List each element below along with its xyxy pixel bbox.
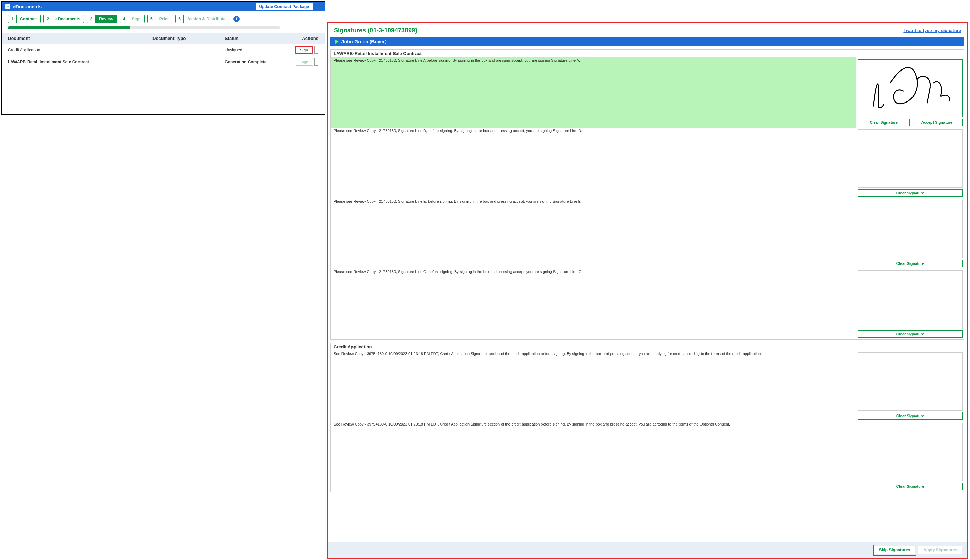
table-row: LAWARB-Retail Installment Sale ContractG… [2, 56, 325, 68]
step-label: Print [156, 17, 172, 21]
sign-button[interactable]: Sign [295, 46, 313, 54]
signature-box: Clear SignatureAccept Signature [856, 57, 964, 128]
signature-instruction: See Review Copy - 39754189-0 10/09/2023 … [331, 422, 856, 492]
step-print: 5Print [147, 15, 172, 23]
step-num: 6 [175, 15, 184, 23]
signature-instruction: Please see Review Copy - 21750150, Signa… [331, 128, 856, 198]
clear-signature-button[interactable]: Clear Signature [858, 119, 910, 126]
signature-instruction: Please see Review Copy - 21750150, Signa… [331, 198, 856, 268]
signature-row: Please see Review Copy - 21750150, Signa… [331, 198, 964, 269]
step-num: 1 [8, 15, 17, 23]
signature-row: See Review Copy - 39754189-0 10/09/2023 … [331, 422, 964, 492]
col-header-actions: Actions [294, 36, 319, 41]
accept-signature-button[interactable]: Accept Signature [911, 119, 963, 126]
signature-canvas[interactable] [858, 352, 963, 411]
clear-signature-button[interactable]: Clear Signature [858, 483, 963, 490]
signature-box: Clear Signature [856, 269, 964, 339]
step-label: Review [95, 17, 116, 21]
clear-signature-button[interactable]: Clear Signature [858, 412, 963, 420]
signature-instruction: Please see Review Copy - 21750150, Signa… [331, 57, 856, 128]
step-num: 2 [44, 15, 52, 23]
signature-row: See Review Copy - 39754189-0 10/09/2023 … [331, 351, 964, 422]
signatures-panel: Signatures (01-3-109473899) I want to ty… [327, 22, 968, 559]
signatures-title: Signatures (01-3-109473899) [334, 27, 417, 34]
wizard-steps: 1Contract2eDocuments3Review4Sign5Print6A… [2, 12, 325, 24]
more-button[interactable] [314, 58, 319, 66]
doc-status: Unsigned [225, 47, 294, 52]
update-contract-package-button[interactable]: Update Contract Package [255, 3, 313, 10]
type-signature-link[interactable]: I want to type my signature [903, 28, 961, 33]
clear-signature-button[interactable]: Clear Signature [858, 260, 963, 267]
step-edocuments[interactable]: 2eDocuments [43, 15, 84, 23]
signature-box: Clear Signature [856, 128, 964, 198]
step-review[interactable]: 3Review [87, 15, 117, 23]
panel-header: − eDocuments Update Contract Package [2, 2, 325, 12]
play-icon [335, 40, 339, 44]
apply-signatures-button: Apply Signatures [918, 545, 962, 555]
more-button[interactable] [314, 46, 319, 54]
buyer-name: John Green (Buyer) [341, 39, 387, 44]
doc-name: LAWARB-Retail Installment Sale Contract [8, 60, 152, 64]
step-label: Contract [17, 17, 40, 21]
step-num: 3 [87, 15, 95, 23]
signature-box: Clear Signature [856, 198, 964, 268]
step-label: eDocuments [52, 17, 83, 21]
signature-drawn-icon [858, 60, 962, 117]
clear-signature-button[interactable]: Clear Signature [858, 330, 963, 338]
signature-section: Credit ApplicationSee Review Copy - 3975… [331, 343, 965, 492]
collapse-icon[interactable]: − [5, 4, 10, 9]
info-icon[interactable]: i [234, 16, 240, 22]
table-row: Credit ApplicationUnsignedSign [2, 44, 325, 56]
edocuments-panel: − eDocuments Update Contract Package 1Co… [1, 1, 325, 115]
doc-name: Credit Application [8, 47, 152, 52]
signature-section: LAWARB-Retail Installment Sale ContractP… [331, 49, 965, 340]
step-contract[interactable]: 1Contract [8, 15, 41, 23]
signature-canvas[interactable] [858, 200, 963, 258]
signature-instruction: See Review Copy - 39754189-0 10/09/2023 … [331, 351, 856, 421]
step-assign-distribute: 6Assign & Distribute [175, 15, 229, 23]
signature-row: Please see Review Copy - 21750150, Signa… [331, 269, 964, 340]
step-sign: 4Sign [120, 15, 145, 23]
col-header-document: Document [8, 36, 152, 41]
signature-canvas[interactable] [858, 423, 963, 481]
buyer-bar: John Green (Buyer) [331, 37, 965, 47]
signature-canvas[interactable] [858, 270, 963, 329]
signature-canvas[interactable] [858, 59, 963, 117]
section-title: LAWARB-Retail Installment Sale Contract [331, 50, 964, 57]
col-header-type: Document Type [152, 36, 225, 41]
step-num: 4 [120, 15, 129, 23]
progress-bar [8, 27, 280, 29]
doc-table-header: Document Document Type Status Actions [2, 33, 325, 44]
panel-title: eDocuments [13, 4, 42, 9]
signature-canvas[interactable] [858, 129, 963, 188]
step-num: 5 [148, 15, 156, 23]
signature-box: Clear Signature [856, 351, 964, 421]
footer-bar: Skip Signatures Apply Signatures [328, 542, 967, 558]
section-title: Credit Application [331, 343, 964, 351]
svg-point-0 [883, 104, 884, 106]
signature-instruction: Please see Review Copy - 21750150, Signa… [331, 269, 856, 339]
skip-signatures-button[interactable]: Skip Signatures [874, 545, 916, 555]
doc-status: Generation Complete [225, 60, 294, 64]
signature-box: Clear Signature [856, 422, 964, 492]
step-label: Sign [129, 17, 144, 21]
signature-row: Please see Review Copy - 21750150, Signa… [331, 128, 964, 198]
signature-row: Please see Review Copy - 21750150, Signa… [331, 57, 964, 128]
col-header-status: Status [225, 36, 294, 41]
step-label: Assign & Distribute [184, 17, 229, 21]
sign-button: Sign [296, 58, 313, 66]
clear-signature-button[interactable]: Clear Signature [858, 189, 963, 197]
